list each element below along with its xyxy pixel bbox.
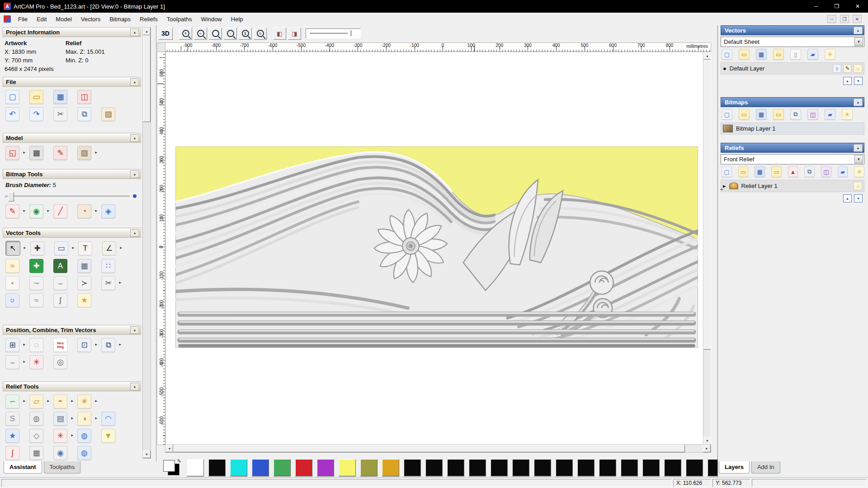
zoom-out-icon[interactable]: −: [194, 28, 207, 40]
palette-swatch[interactable]: [339, 459, 356, 476]
primary-colour-swatch[interactable]: [163, 460, 175, 472]
open-relief-layer-icon[interactable]: ▭: [738, 166, 749, 177]
tab-layers[interactable]: Layers: [719, 461, 750, 474]
palette-swatch[interactable]: [230, 459, 247, 476]
layer-lock-icon[interactable]: ◊: [833, 64, 841, 73]
chevron-down-icon[interactable]: ▼: [854, 155, 863, 164]
open-bitmap-layer-icon[interactable]: ▭: [739, 109, 750, 120]
scroll-right-icon[interactable]: ►: [703, 445, 711, 452]
expander-icon[interactable]: ▸: [723, 183, 726, 189]
collapse-button[interactable]: ▲: [130, 326, 139, 334]
collapse-button[interactable]: ▲: [130, 170, 139, 178]
menu-file[interactable]: File: [14, 13, 32, 25]
nesting-icon[interactable]: Nes ting: [53, 338, 67, 352]
delete-bitmap-layer-icon[interactable]: ▰: [825, 109, 835, 120]
maximize-button[interactable]: ❐: [826, 0, 847, 13]
create-rectangle-icon[interactable]: ▭: [54, 241, 68, 255]
collapse-button[interactable]: ▲: [130, 28, 139, 36]
menu-toolpaths[interactable]: Toolpaths: [162, 13, 197, 25]
save-bitmap-layer-icon[interactable]: ▦: [756, 109, 767, 120]
palette-swatch[interactable]: [686, 459, 703, 476]
export-model-icon[interactable]: ◫: [77, 90, 91, 104]
shape-editor-icon[interactable]: ◓: [53, 394, 67, 408]
paste-along-circle-icon[interactable]: ◌: [29, 338, 43, 352]
fit-arcs-icon[interactable]: ⌣: [5, 355, 19, 369]
viewport-horizontal-scrollbar[interactable]: ◄ ►: [165, 444, 711, 453]
menu-reliefs[interactable]: Reliefs: [135, 13, 162, 25]
palette-swatch[interactable]: [491, 459, 508, 476]
transfer-relief-icon[interactable]: ▲: [788, 166, 798, 177]
scroll-down-icon[interactable]: ▼: [703, 437, 711, 445]
viewport-vertical-scrollbar[interactable]: ▲ ▼: [703, 52, 711, 445]
vector-layer-row[interactable]: ● Default Layer ◊✎☼: [721, 62, 864, 75]
collapse-button[interactable]: ▲: [854, 27, 863, 34]
palette-swatch[interactable]: [382, 459, 399, 476]
palette-swatch[interactable]: [642, 459, 660, 476]
load-bitmap-icon[interactable]: ▨: [77, 146, 91, 160]
save-relief-layer-icon[interactable]: ▦: [755, 166, 765, 177]
relief-select[interactable]: Front Relief ▼: [721, 154, 864, 164]
bitmap-wand-icon[interactable]: ✳: [842, 109, 853, 120]
spin-relief-icon[interactable]: ◉: [53, 446, 67, 460]
bitmap-layer-row[interactable]: Bitmap Layer 1: [721, 122, 864, 135]
align-vectors-icon[interactable]: ⊞: [5, 338, 19, 352]
palette-swatch[interactable]: [534, 459, 551, 476]
create-star-icon[interactable]: ★: [77, 293, 91, 307]
bezier-curve-icon[interactable]: ⌣: [53, 276, 67, 290]
scroll-down-icon[interactable]: ▼: [143, 450, 151, 458]
previous-view-icon[interactable]: ◧: [273, 28, 286, 40]
import-vectors-icon[interactable]: ▭: [773, 49, 784, 60]
draw-icon[interactable]: ╱: [53, 204, 67, 218]
scrollbar-thumb[interactable]: [143, 35, 151, 122]
palette-swatch[interactable]: [512, 459, 529, 476]
turn-relief-icon[interactable]: ◍: [77, 446, 91, 460]
two-rail-sweep-icon[interactable]: ∫: [5, 446, 19, 460]
trim-vectors-icon[interactable]: ✂: [101, 276, 115, 290]
layer-colour-icon[interactable]: ●: [723, 66, 726, 71]
minimize-button[interactable]: ─: [806, 0, 826, 13]
sheet-select[interactable]: Default Sheet ▼: [721, 37, 864, 47]
collapse-button[interactable]: ▲: [130, 383, 139, 390]
save-model-icon[interactable]: ▦: [53, 90, 67, 104]
texture-sphere-icon[interactable]: ◍: [77, 429, 91, 443]
palette-swatch[interactable]: [577, 459, 594, 476]
relief-wand-icon[interactable]: ✳: [854, 166, 864, 177]
palette-swatch[interactable]: [404, 459, 421, 476]
collapse-button[interactable]: ▲: [854, 144, 863, 152]
zoom-fit-icon[interactable]: ▫: [224, 28, 237, 40]
new-vector-layer-icon[interactable]: ▢: [722, 49, 732, 60]
import-bitmap-icon[interactable]: ▭: [773, 109, 784, 120]
mdi-minimize-button[interactable]: ─: [827, 15, 836, 23]
scroll-up-icon[interactable]: ▲: [703, 52, 711, 60]
freehand-polyline-icon[interactable]: ∼: [29, 276, 43, 290]
star-relief-icon[interactable]: ★: [5, 429, 19, 443]
move-layer-down-button[interactable]: ▼: [854, 194, 863, 202]
face-wizard-icon[interactable]: ◑: [77, 412, 91, 426]
export-vectors-icon[interactable]: ▯: [790, 49, 801, 60]
vector-wand-icon[interactable]: ✳: [825, 49, 835, 60]
palette-swatch[interactable]: [425, 459, 443, 476]
move-layer-down-button[interactable]: ▼: [854, 77, 863, 85]
zoom-window-icon[interactable]: [209, 28, 222, 40]
collapse-button[interactable]: ▲: [854, 99, 863, 106]
palette-swatch[interactable]: [187, 459, 204, 476]
menu-bitmaps[interactable]: Bitmaps: [105, 13, 135, 25]
mdi-restore-button[interactable]: ❐: [840, 15, 849, 23]
relief-visibility-icon[interactable]: ☼: [854, 182, 862, 190]
scroll-left-icon[interactable]: ◄: [165, 445, 173, 452]
next-view-icon[interactable]: ◨: [288, 28, 301, 40]
palette-swatch[interactable]: [295, 459, 312, 476]
import-relief-icon[interactable]: ▭: [771, 166, 782, 177]
dome-relief-icon[interactable]: ◠: [101, 412, 115, 426]
menu-window[interactable]: Window: [197, 13, 226, 25]
zoom-options-icon[interactable]: ≡: [254, 28, 267, 40]
move-layer-up-button[interactable]: ▲: [843, 77, 852, 85]
create-dot-icon[interactable]: •: [5, 276, 19, 290]
collapse-button[interactable]: ▲: [130, 134, 139, 142]
save-vector-layer-icon[interactable]: ▦: [756, 49, 767, 60]
create-wave-icon[interactable]: ≈: [29, 293, 43, 307]
palette-swatch[interactable]: [274, 459, 291, 476]
menu-edit[interactable]: Edit: [32, 13, 51, 25]
mesh-relief-icon[interactable]: ▦: [29, 446, 43, 460]
combine-vectors-icon[interactable]: ⊡: [77, 338, 91, 352]
